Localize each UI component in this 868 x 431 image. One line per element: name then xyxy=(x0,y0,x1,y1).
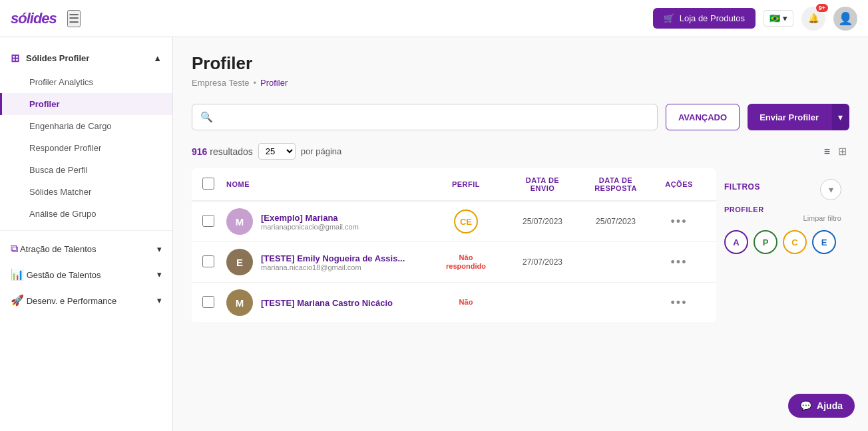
table-row: M [TESTE] Mariana Castro Nicácio Não xyxy=(192,283,716,323)
search-box: 🔍 xyxy=(192,104,658,130)
content-with-filter: NOME PERFIL DATA DEENVIO DATA DERESPOSTA… xyxy=(192,168,849,323)
chevron-down-icon-2: ▾ xyxy=(157,269,162,279)
sidebar-item-responder-profiler[interactable]: Responder Profiler xyxy=(0,137,172,159)
user-cell-2: E [TESTE] Emily Nogueira de Assis... mar… xyxy=(226,249,426,275)
col-header-nome: NOME xyxy=(226,180,426,188)
row-3-checkbox[interactable] xyxy=(202,296,214,308)
sidebar-section-desenv[interactable]: 🚀 Desenv. e Performance ▾ xyxy=(0,287,172,313)
user-name-2: [TESTE] Emily Nogueira de Assis... xyxy=(261,253,405,263)
sidebar-section-gestao[interactable]: 📊 Gestão de Talentos ▾ xyxy=(0,261,172,287)
col-header-perfil: PERFIL xyxy=(426,180,506,188)
chart-icon: 📊 xyxy=(11,269,24,280)
sidebar-item-profiler-analytics[interactable]: Profiler Analytics xyxy=(0,71,172,93)
table-row: E [TESTE] Emily Nogueira de Assis... mar… xyxy=(192,242,716,283)
menu-toggle-button[interactable]: ☰ xyxy=(67,10,81,27)
row-1-checkbox[interactable] xyxy=(202,215,214,227)
row-3-actions-button[interactable]: ••• xyxy=(671,296,688,310)
sidebar-section-label: Sólides Profiler xyxy=(26,53,89,63)
main-layout: ⊞ Sólides Profiler ▲ Profiler Analytics … xyxy=(0,37,868,431)
breadcrumb-separator: • xyxy=(253,78,256,88)
filter-circle-a[interactable]: A xyxy=(724,230,748,254)
sidebar-item-profiler[interactable]: Profiler xyxy=(0,93,172,115)
filter-header: FILTROS ▾ xyxy=(724,179,841,200)
chat-icon: 💬 xyxy=(800,400,811,411)
date-resposta-1: 25/07/2023 xyxy=(579,217,652,226)
cart-icon: 🛒 xyxy=(664,13,674,23)
filter-circles: A P C E xyxy=(724,230,841,254)
breadcrumb-company: Empresa Teste xyxy=(192,78,249,88)
search-input[interactable] xyxy=(218,112,649,122)
perfil-nao-3: Não xyxy=(459,298,473,307)
ajuda-button[interactable]: 💬 Ajuda xyxy=(788,394,855,418)
notifications-button[interactable]: 🔔 9+ xyxy=(801,7,825,31)
avatar-1: M xyxy=(226,208,253,235)
data-table: NOME PERFIL DATA DEENVIO DATA DERESPOSTA… xyxy=(192,168,716,323)
avatar-2: E xyxy=(226,249,253,275)
user-avatar-button[interactable]: 👤 xyxy=(833,7,857,31)
row-2-checkbox[interactable] xyxy=(202,255,214,267)
results-count: 916 resultados xyxy=(192,146,253,157)
user-icon: 👤 xyxy=(838,11,853,26)
sidebar-section-solides-profiler[interactable]: ⊞ Sólides Profiler ▲ xyxy=(0,45,172,71)
search-icon: 🔍 xyxy=(200,111,213,123)
user-email-1: marianapcnicacio@gmail.com xyxy=(261,223,359,231)
avatar-3: M xyxy=(226,289,253,316)
actions-3: ••• xyxy=(652,296,706,310)
sidebar-item-analise-de-grupo[interactable]: Análise de Grupo xyxy=(0,203,172,225)
date-envio-2: 27/07/2023 xyxy=(506,257,579,267)
table-section: NOME PERFIL DATA DEENVIO DATA DERESPOSTA… xyxy=(192,168,716,323)
chevron-up-icon: ▲ xyxy=(153,53,162,63)
filter-circle-c[interactable]: C xyxy=(783,230,807,254)
filter-dropdown-button[interactable]: ▾ xyxy=(820,179,841,200)
sidebar-divider-1 xyxy=(0,230,172,231)
table-row: M [Exemplo] Mariana marianapcnicacio@gma… xyxy=(192,202,716,242)
profiler-filter-label: PROFILER xyxy=(724,206,764,214)
filter-circle-e[interactable]: E xyxy=(812,230,836,254)
header-left: sólides ☰ xyxy=(11,10,81,27)
filter-panel: FILTROS ▾ PROFILER Limpar filtro A P C E xyxy=(716,168,849,323)
row-1-actions-button[interactable]: ••• xyxy=(671,215,688,229)
top-header: sólides ☰ 🛒 Loja de Produtos 🇧🇷 ▾ 🔔 9+ 👤 xyxy=(0,0,868,37)
filter-circle-p[interactable]: P xyxy=(754,230,777,254)
breadcrumb: Empresa Teste • Profiler xyxy=(192,78,849,88)
sidebar-item-engenharia-de-cargo[interactable]: Engenharia de Cargo xyxy=(0,115,172,137)
enviar-profiler-button[interactable]: Enviar Profiler xyxy=(748,104,831,130)
language-selector[interactable]: 🇧🇷 ▾ xyxy=(763,10,793,27)
view-toggle: ≡ ⊞ xyxy=(821,142,849,160)
row-2-actions-button[interactable]: ••• xyxy=(671,255,688,269)
sidebar-item-solides-matcher[interactable]: Sólides Matcher xyxy=(0,181,172,203)
user-name-1: [Exemplo] Mariana xyxy=(261,213,359,223)
shop-button[interactable]: 🛒 Loja de Produtos xyxy=(653,8,756,29)
enviar-dropdown-arrow[interactable]: ▾ xyxy=(831,104,849,130)
sidebar-section-atracao[interactable]: ⧉ Atração de Talentos ▾ xyxy=(0,236,172,261)
actions-2: ••• xyxy=(652,255,706,269)
logo: sólides xyxy=(11,10,57,27)
layers-icon: ⧉ xyxy=(11,243,18,254)
per-page-select[interactable]: 25 50 100 xyxy=(258,143,296,160)
brazil-flag-icon: 🇧🇷 xyxy=(769,13,780,23)
header-right: 🛒 Loja de Produtos 🇧🇷 ▾ 🔔 9+ 👤 xyxy=(653,7,857,31)
col-header-acoes: AÇÕES xyxy=(652,180,706,188)
limpar-filtro-button[interactable]: Limpar filtro xyxy=(724,214,841,222)
grid-view-button[interactable]: ⊞ xyxy=(835,142,849,160)
rocket-icon: 🚀 xyxy=(11,295,24,306)
main-content-area: Profiler Empresa Teste • Profiler 🔍 AVAN… xyxy=(173,37,868,431)
notification-badge: 9+ xyxy=(816,4,828,12)
chevron-down-icon-3: ▾ xyxy=(157,295,162,305)
avancado-button[interactable]: AVANÇADO xyxy=(666,104,740,130)
sidebar-item-busca-de-perfil[interactable]: Busca de Perfil xyxy=(0,159,172,181)
user-cell-3: M [TESTE] Mariana Castro Nicácio xyxy=(226,289,426,316)
table-header-row: NOME PERFIL DATA DEENVIO DATA DERESPOSTA… xyxy=(192,168,716,202)
results-row: 916 resultados 25 50 100 por página ≡ ⊞ xyxy=(192,142,849,160)
breadcrumb-active: Profiler xyxy=(260,78,288,88)
user-cell-1: M [Exemplo] Mariana marianapcnicacio@gma… xyxy=(226,208,426,235)
enviar-profiler-group: Enviar Profiler ▾ xyxy=(748,104,849,130)
col-header-data-resposta: DATA DERESPOSTA xyxy=(579,176,652,192)
filter-title: FILTROS xyxy=(724,182,760,192)
list-view-button[interactable]: ≡ xyxy=(821,142,833,160)
select-all-checkbox[interactable] xyxy=(202,178,214,190)
date-envio-1: 25/07/2023 xyxy=(506,217,579,226)
page-title: Profiler xyxy=(192,53,849,74)
col-header-data-envio: DATA DEENVIO xyxy=(506,176,579,192)
actions-1: ••• xyxy=(652,215,706,229)
